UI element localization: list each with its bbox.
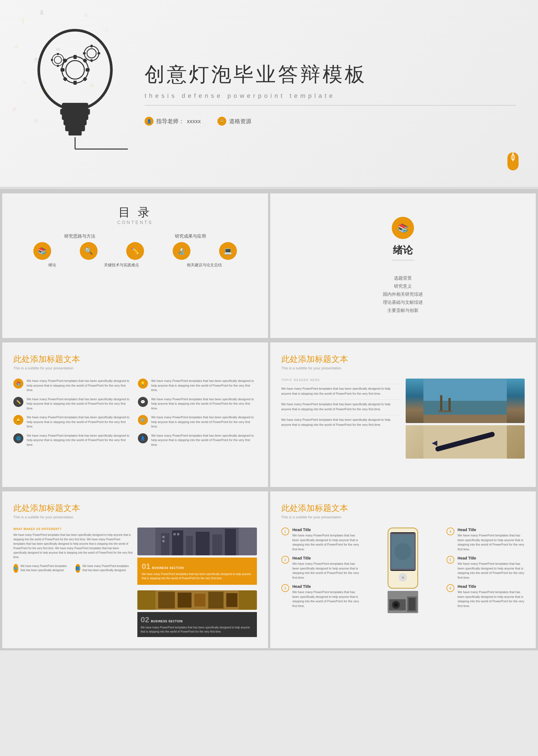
list-text-6: We have many PowerPoint templates that h… [151, 397, 257, 411]
num-circle-4: 4 [447, 528, 454, 535]
num-title-6: Head Title [457, 584, 525, 589]
building-image [137, 528, 257, 555]
list-item-4: 🌐 We have many PowerPoint templates that… [13, 433, 132, 447]
slide-contents: 目 录 CONTENTS 研究思路与方法 研究成果与应用 📚 🔍 ✏️ 🔬 💻 [2, 193, 268, 338]
list-icon-4: 🌐 [13, 433, 23, 443]
intro-item-5: 主要贡献与创新 [383, 307, 423, 315]
icon-circle-5: 💻 [219, 242, 237, 260]
slide5-title-zh: 此处添加标题文本 [281, 354, 525, 365]
num-item-3: 3 Head Title We have many PowerPoint tem… [281, 584, 359, 608]
icon-circle-2: 🔍 [80, 242, 98, 260]
facebook-icon: 📘 [75, 564, 81, 573]
svg-text:📱: 📱 [39, 10, 44, 15]
cover-title-zh: 创意灯泡毕业答辩模板 [144, 61, 516, 88]
slide6-right: 01 BUSINESS SECTION We have many PowerPo… [137, 528, 257, 637]
intro-icon: 📚 [392, 217, 414, 239]
num-circle-6: 6 [447, 584, 454, 592]
svg-rect-56 [439, 411, 452, 412]
top-label-2: 研究成果与应用 [175, 233, 206, 239]
num-content-4: Head Title We have many PowerPoint templ… [457, 528, 525, 551]
list-icon-1: 📚 [13, 378, 23, 388]
section02-number: 02 [141, 615, 149, 624]
list-item-6: 💬 We have many PowerPoint templates that… [138, 397, 257, 411]
source-icon: 🔒 [217, 117, 226, 126]
slide6-left: WHAT MAKES US DIFFERENT? We have many Po… [13, 528, 133, 637]
num-text-2: We have many PowerPoint templates that h… [293, 561, 359, 580]
list-text-1: We have many PowerPoint templates that h… [27, 378, 132, 392]
list-icon-5: 💡 [138, 378, 148, 388]
svg-rect-21 [63, 119, 86, 125]
phone-mockup: ○ [388, 528, 418, 589]
list-item-7: ⚙️ We have many PowerPoint templates tha… [138, 415, 257, 429]
slide-grid-row3: 此处添加标题文本 This is a subtitle for your pre… [0, 489, 538, 650]
svg-rect-73 [178, 592, 191, 608]
svg-rect-69 [174, 533, 176, 535]
svg-rect-75 [208, 592, 224, 608]
svg-rect-42 [57, 53, 59, 55]
sea-image [406, 378, 525, 423]
slide5-body1: We have many PowerPoint templates that h… [281, 386, 401, 396]
svg-point-79 [395, 543, 411, 560]
twitter-icon: 🐦 [13, 564, 18, 573]
teacher-label: 指导老师： [156, 118, 184, 125]
slide6-title-en: This is a subtitle for your presentation [13, 515, 257, 519]
slide7-content: 1 Head Title We have many PowerPoint tem… [281, 528, 525, 613]
section-01-box: 01 BUSINESS SECTION We have many PowerPo… [137, 558, 257, 585]
list-text-7: We have many PowerPoint templates that h… [151, 415, 257, 429]
svg-rect-63 [186, 536, 193, 555]
cover-meta: 👤 指导老师： xxxxx 🔒 道格资源 [144, 117, 516, 126]
num-content-2: Head Title We have many PowerPoint templ… [293, 556, 359, 580]
cover-illustration [22, 24, 128, 164]
list-icon-2: ✏️ [13, 397, 23, 407]
section01-num: 01 BUSINESS SECTION [142, 562, 252, 571]
num-title-3: Head Title [293, 584, 359, 589]
slide-6: 此处添加标题文本 This is a subtitle for your pre… [2, 491, 268, 648]
slide4-title-zh: 此处添加标题文本 [13, 354, 257, 365]
num-item-6: 6 Head Title We have many PowerPoint tem… [447, 584, 525, 608]
svg-rect-67 [162, 536, 165, 538]
icon-circle-4: 🔬 [173, 242, 190, 260]
slide7-left-col: 1 Head Title We have many PowerPoint tem… [281, 528, 359, 613]
teacher-icon: 👤 [144, 117, 153, 126]
svg-rect-37 [91, 59, 92, 62]
section01-text: We have many PowerPoint templates that h… [142, 572, 252, 580]
icon-item-3: ✏️ [126, 242, 144, 260]
svg-point-35 [87, 49, 96, 58]
contents-title-en: CONTENTS [13, 220, 257, 225]
svg-rect-26 [74, 55, 77, 59]
list-item-1: 📚 We have many PowerPoint templates that… [13, 378, 132, 392]
slide4-col-right: 💡 We have many PowerPoint templates that… [138, 378, 257, 451]
list-text-8: We have many PowerPoint templates that h… [151, 433, 257, 447]
slide-cover: 💡 📱 ☁️ ⚙️ 📊 🔔 💻 📷 🎵 ✉️ 🔍 ⭐ 💎 🔒 📌 🎯 📈 [0, 0, 538, 189]
slide-gap [0, 189, 538, 191]
pen-image [406, 425, 525, 459]
num-text-4: We have many PowerPoint templates that h… [457, 533, 525, 551]
svg-rect-36 [91, 45, 92, 48]
contents-bottom-labels: 绪论 关键技术与实践难点 相关建议与论文总结 [13, 263, 257, 268]
slide5-body2: We have many PowerPoint templates that h… [281, 402, 401, 412]
meta-source: 🔒 道格资源 [217, 117, 251, 126]
meta-teacher: 👤 指导老师： xxxxx [144, 117, 201, 126]
social-item-2: 📘 We have many PowerPoint templates that… [75, 564, 133, 573]
svg-rect-61 [161, 533, 169, 555]
list-text-4: We have many PowerPoint templates that h… [27, 433, 132, 447]
slide-grid-row1: 目 录 CONTENTS 研究思路与方法 研究成果与应用 📚 🔍 ✏️ 🔬 💻 [0, 191, 538, 340]
svg-point-34 [84, 46, 99, 60]
slide5-content: TOPIC READER HERE We have many PowerPoin… [281, 378, 525, 459]
list-icon-6: 💬 [138, 397, 148, 407]
svg-rect-28 [61, 68, 65, 72]
svg-rect-23 [68, 130, 82, 135]
bottom-label-1: 绪论 [48, 263, 56, 268]
contents-header: 目 录 CONTENTS [13, 205, 257, 225]
social-row: 🐦 We have many PowerPoint templates that… [13, 564, 133, 573]
svg-rect-54 [440, 395, 442, 412]
list-item-3: 🔔 We have many PowerPoint templates that… [13, 415, 132, 429]
top-label-1: 研究思路与方法 [64, 233, 95, 239]
intro-header: 📚 绪论 [392, 217, 414, 266]
num-title-5: Head Title [457, 556, 525, 560]
what-makes-label: WHAT MAKES US DIFFERENT? [13, 528, 133, 530]
num-title-4: Head Title [457, 528, 525, 532]
svg-rect-38 [83, 52, 86, 54]
slide-grid-row2: 此处添加标题文本 This is a subtitle for your pre… [0, 340, 538, 489]
num-circle-1: 1 [281, 528, 289, 535]
